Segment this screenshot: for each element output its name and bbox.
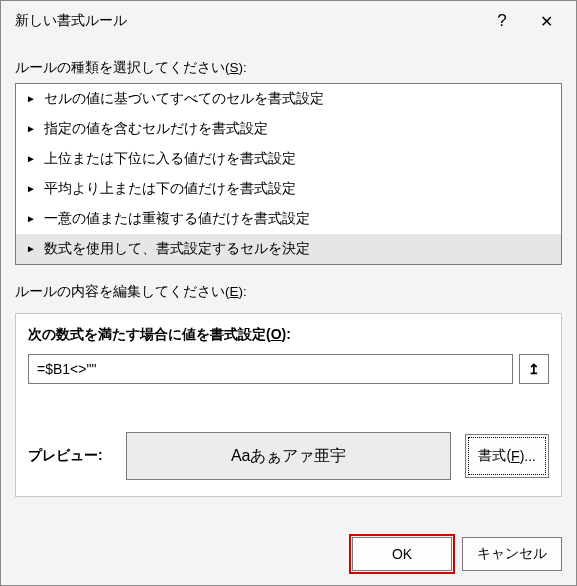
rule-type-item[interactable]: ► セルの値に基づいてすべてのセルを書式設定	[16, 84, 561, 114]
close-button[interactable]: ✕	[524, 5, 568, 37]
rule-type-list[interactable]: ► セルの値に基づいてすべてのセルを書式設定 ► 指定の値を含むセルだけを書式設…	[15, 83, 562, 265]
rule-type-item[interactable]: ► 平均より上または下の値だけを書式設定	[16, 174, 561, 204]
rule-type-item[interactable]: ► 数式を使用して、書式設定するセルを決定	[16, 234, 561, 264]
cancel-button[interactable]: キャンセル	[462, 537, 562, 571]
rule-type-item-label: 上位または下位に入る値だけを書式設定	[44, 150, 296, 168]
dialog-new-format-rule: 新しい書式ルール ? ✕ ルールの種類を選択してください(S): ► セルの値に…	[0, 0, 577, 586]
rule-type-item-label: 平均より上または下の値だけを書式設定	[44, 180, 296, 198]
preview-label: プレビュー:	[28, 447, 112, 465]
rule-arrow-icon: ►	[26, 184, 36, 194]
preview-box: Aaあぁアァ亜宇	[126, 432, 451, 480]
rule-type-item[interactable]: ► 上位または下位に入る値だけを書式設定	[16, 144, 561, 174]
formula-input[interactable]	[28, 354, 513, 384]
format-button[interactable]: 書式(F)...	[465, 434, 549, 478]
preview-row: プレビュー: Aaあぁアァ亜宇 書式(F)...	[28, 432, 549, 480]
rule-arrow-icon: ►	[26, 94, 36, 104]
formula-title: 次の数式を満たす場合に値を書式設定(O):	[28, 326, 549, 344]
rule-type-item-label: セルの値に基づいてすべてのセルを書式設定	[44, 90, 324, 108]
formula-row: ↥	[28, 354, 549, 384]
rule-edit-label: ルールの内容を編集してください(E):	[15, 283, 562, 301]
rule-edit-group: 次の数式を満たす場合に値を書式設定(O): ↥ プレビュー: Aaあぁアァ亜宇 …	[15, 313, 562, 497]
rule-type-label: ルールの種類を選択してください(S):	[15, 59, 562, 77]
rule-type-item[interactable]: ► 指定の値を含むセルだけを書式設定	[16, 114, 561, 144]
help-button[interactable]: ?	[480, 5, 524, 37]
dialog-body: ルールの種類を選択してください(S): ► セルの値に基づいてすべてのセルを書式…	[1, 41, 576, 523]
rule-type-item-label: 数式を使用して、書式設定するセルを決定	[44, 240, 310, 258]
collapse-icon: ↥	[528, 361, 540, 377]
dialog-title: 新しい書式ルール	[15, 12, 480, 30]
ok-button[interactable]: OK	[352, 537, 452, 571]
rule-type-item-label: 一意の値または重複する値だけを書式設定	[44, 210, 310, 228]
rule-arrow-icon: ►	[26, 244, 36, 254]
rule-arrow-icon: ►	[26, 214, 36, 224]
rule-arrow-icon: ►	[26, 124, 36, 134]
preview-sample-text: Aaあぁアァ亜宇	[231, 446, 347, 467]
rule-arrow-icon: ►	[26, 154, 36, 164]
titlebar: 新しい書式ルール ? ✕	[1, 1, 576, 41]
refedit-button[interactable]: ↥	[519, 354, 549, 384]
rule-type-item[interactable]: ► 一意の値または重複する値だけを書式設定	[16, 204, 561, 234]
rule-type-item-label: 指定の値を含むセルだけを書式設定	[44, 120, 268, 138]
dialog-footer: OK キャンセル	[1, 523, 576, 585]
